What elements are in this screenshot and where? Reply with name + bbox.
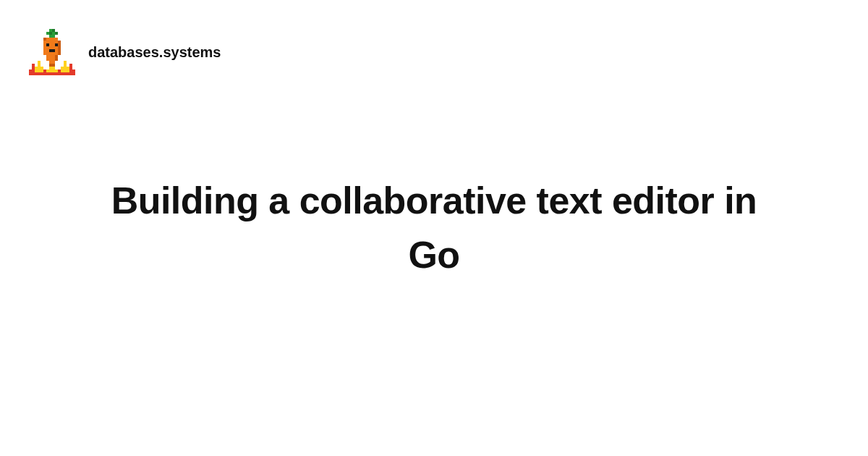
page-title: Building a collaborative text editor in … (87, 174, 781, 283)
title-container: Building a collaborative text editor in … (0, 0, 868, 456)
